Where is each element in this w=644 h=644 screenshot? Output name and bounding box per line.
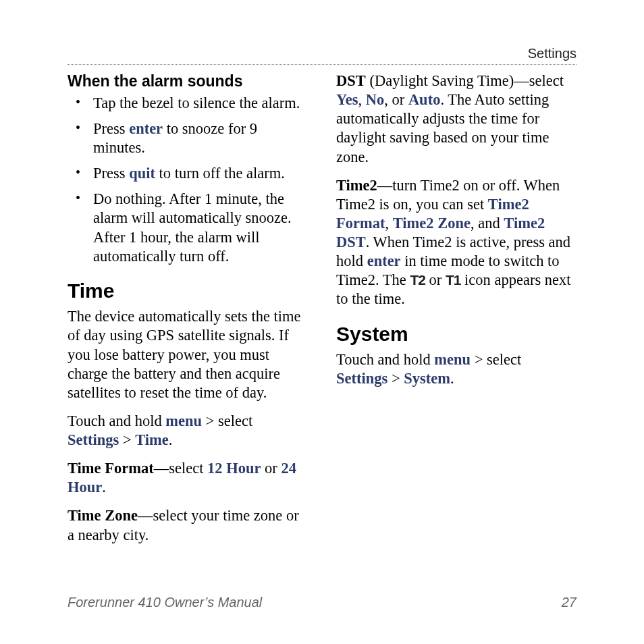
text: > select — [202, 412, 252, 429]
footer-title: Forerunner 410 Owner’s Manual — [68, 595, 262, 610]
page-number: 27 — [562, 595, 576, 610]
text: Press — [93, 165, 129, 182]
alarm-bullet-nothing: Do nothing. After 1 minute, the alarm wi… — [90, 190, 308, 266]
manual-page: Settings When the alarm sounds Tap the b… — [0, 0, 644, 644]
label-time-format: Time Format — [68, 460, 154, 477]
text: . — [169, 431, 173, 448]
label-time-zone: Time Zone — [68, 507, 138, 524]
key-auto: Auto — [408, 91, 441, 108]
key-quit: quit — [129, 165, 155, 182]
key-enter: enter — [367, 252, 401, 269]
time-nav-path: Touch and hold menu > select Settings > … — [68, 412, 308, 450]
text: > — [119, 431, 135, 448]
alarm-subheading: When the alarm sounds — [68, 72, 308, 91]
text: , and — [471, 215, 504, 232]
time-zone-para: Time Zone—select your time zone or a nea… — [68, 506, 308, 544]
running-header-section: Settings — [68, 46, 576, 65]
alarm-bullet-off: Press quit to turn off the alarm. — [90, 164, 308, 183]
key-yes: Yes — [336, 91, 358, 108]
text: —select — [154, 460, 207, 477]
text: Touch and hold — [336, 351, 434, 368]
key-time: Time — [135, 431, 169, 448]
time-heading: Time — [68, 278, 308, 304]
text: Press — [93, 120, 129, 137]
dst-para: DST (Daylight Saving Time)—select Yes, N… — [336, 72, 576, 167]
key-settings: Settings — [336, 370, 387, 387]
alarm-bullet-snooze: Press enter to snooze for 9 minutes. — [90, 119, 308, 157]
system-heading: System — [336, 321, 576, 347]
text: , or — [384, 91, 408, 108]
key-settings: Settings — [68, 431, 119, 448]
t2-icon: T2 — [410, 271, 425, 289]
system-nav-path: Touch and hold menu > select Settings > … — [336, 350, 576, 388]
time2-para: Time2—turn Time2 on or off. When Time2 i… — [336, 176, 576, 309]
text: or — [261, 460, 281, 477]
page-footer: Forerunner 410 Owner’s Manual 27 — [68, 595, 576, 610]
text: (Daylight Saving Time)—select — [366, 72, 564, 89]
key-no: No — [366, 91, 385, 108]
alarm-bullet-tap: Tap the bezel to silence the alarm. — [90, 94, 308, 113]
time-format-para: Time Format—select 12 Hour or 24 Hour. — [68, 459, 308, 497]
time-body: The device automatically sets the time o… — [68, 307, 308, 402]
text: , — [385, 215, 392, 232]
text: , — [358, 91, 366, 108]
text: . — [450, 370, 454, 387]
key-enter: enter — [129, 120, 163, 137]
text: or — [425, 271, 446, 288]
key-menu: menu — [165, 412, 202, 429]
t1-icon: T1 — [446, 271, 461, 289]
label-time2: Time2 — [336, 177, 377, 194]
key-system: System — [404, 370, 450, 387]
text: Touch and hold — [68, 412, 165, 429]
text: > select — [471, 351, 521, 368]
key-time2-zone: Time2 Zone — [393, 215, 471, 232]
text: to turn off the alarm. — [155, 165, 285, 182]
text: > — [387, 370, 404, 387]
text: . — [102, 479, 106, 495]
alarm-bullet-list: Tap the bezel to silence the alarm. Pres… — [68, 94, 308, 266]
label-dst: DST — [336, 72, 366, 89]
key-12hour: 12 Hour — [207, 460, 261, 477]
body-columns: When the alarm sounds Tap the bezel to s… — [68, 72, 576, 571]
key-menu: menu — [434, 351, 471, 368]
